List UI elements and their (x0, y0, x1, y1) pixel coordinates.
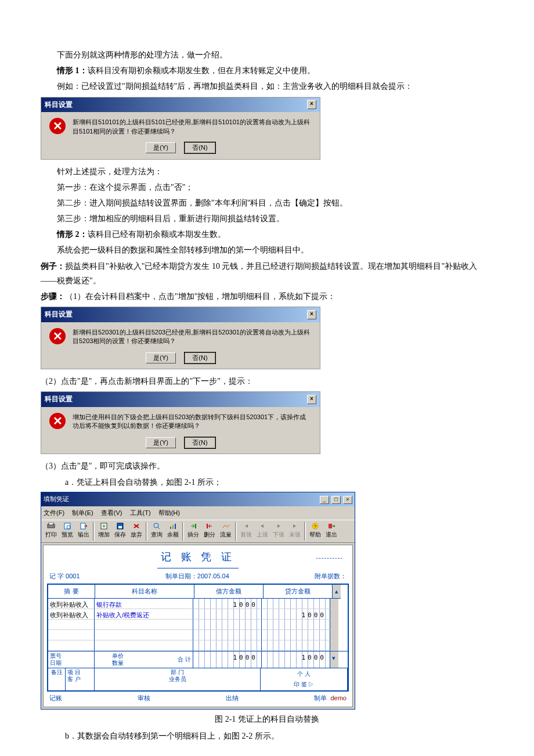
total-credit: 1000 (302, 652, 327, 664)
menubar: 文件(F) 制单(E) 查看(V) 工具(T) 帮助(H) (41, 506, 355, 520)
voucher-body: 记 账 凭 证 ---------- 记 字 0001 制单日期：2007.05… (43, 545, 353, 707)
svg-rect-16 (329, 524, 332, 528)
scrollbar[interactable] (330, 620, 338, 630)
menu-tool[interactable]: 工具(T) (130, 509, 151, 516)
voucher-row[interactable] (48, 630, 348, 640)
scrollbar[interactable] (330, 599, 338, 609)
cell-credit[interactable] (262, 640, 330, 651)
scrollbar[interactable] (330, 640, 338, 651)
cell-credit[interactable] (262, 599, 330, 609)
close-icon[interactable]: × (343, 496, 352, 504)
cell-summary[interactable]: 收到补贴收入 (48, 609, 95, 620)
tb-exit[interactable]: 退出 (323, 521, 340, 541)
tb-last[interactable]: 末张 (287, 521, 303, 541)
cell-credit[interactable] (262, 620, 330, 630)
cell-credit[interactable]: 1000 (262, 609, 330, 620)
menu-view[interactable]: 查看(V) (101, 509, 122, 516)
minimize-icon[interactable]: _ (320, 496, 329, 504)
cell-debit[interactable] (193, 630, 262, 640)
cell-subject[interactable] (95, 640, 193, 651)
example-label: 例子： (41, 262, 65, 271)
cell-summary[interactable]: 收到补贴收入 (48, 599, 95, 609)
tb-first[interactable]: 首张 (238, 521, 254, 541)
scroll-up-icon[interactable]: ▴ (333, 585, 341, 599)
tb-balance[interactable]: 余额 (165, 521, 181, 541)
close-icon[interactable]: × (307, 395, 316, 404)
tb-cancel[interactable]: 放弃 (128, 521, 145, 541)
tb-help[interactable]: ?帮助 (307, 521, 323, 541)
dlg1-title: 科目设置 (45, 99, 73, 111)
svg-rect-11 (175, 524, 176, 529)
intro-text: 下面分别就这两种情形的处理方法，做一介绍。 (41, 48, 493, 62)
tb-query[interactable]: 查询 (149, 521, 165, 541)
tb-next[interactable]: 下张 (270, 521, 287, 541)
window-buttons: _ □ × (319, 494, 352, 505)
scrollbar[interactable] (330, 609, 338, 620)
maximize-icon[interactable]: □ (331, 496, 341, 504)
svg-rect-10 (172, 525, 174, 529)
close-icon[interactable]: × (307, 100, 316, 109)
dlg2-yes-button[interactable]: 是(Y) (146, 352, 176, 363)
cell-debit[interactable] (193, 640, 262, 651)
cell-credit[interactable] (262, 630, 330, 640)
error-icon: ✕ (49, 118, 66, 134)
error-icon: ✕ (49, 413, 66, 429)
status-m: 审核 (138, 694, 150, 701)
dlg3-title: 科目设置 (45, 393, 73, 406)
scrollbar[interactable] (330, 630, 338, 640)
tb-prev[interactable]: 上张 (254, 521, 270, 541)
case1-line: 情形 1：该科目没有期初余额或本期发生数，但在月末转账定义中使用。 (41, 63, 493, 78)
sub-a: a．凭证上科目会自动替换，如图 2-1 所示； (41, 475, 493, 489)
svg-rect-7 (118, 526, 122, 528)
tb-delete[interactable]: 删分 (201, 521, 218, 541)
cell-debit[interactable] (193, 609, 262, 620)
dlg3-no-button[interactable]: 否(N) (185, 437, 215, 448)
cell-subject[interactable]: 银行存款 (95, 599, 193, 609)
tb-preview[interactable]: 预览 (59, 521, 75, 541)
extra-c1: 单价 (112, 653, 124, 659)
dialog-2: 科目设置 × ✕ 新增科目520301的上级科目5203已经使用,新增科目520… (41, 307, 320, 369)
close-icon[interactable]: × (307, 310, 316, 319)
voucher-right-meta: 附单据数： (315, 571, 347, 582)
dlg2-no-button[interactable]: 否(N) (185, 352, 215, 363)
toolbar: 打印 预览 输出 增加 保存 放弃 查询 余额 插分 删分 流量 首张 上张 下… (41, 520, 355, 543)
dlg1-no-button[interactable]: 否(N) (185, 142, 215, 153)
cell-summary[interactable] (48, 640, 95, 651)
cell-subject[interactable] (95, 620, 193, 630)
case2-text: 该科目已经有期初余额或本期发生数。 (88, 230, 226, 239)
cell-debit[interactable] (193, 620, 262, 630)
menu-help[interactable]: 帮助(H) (158, 509, 180, 516)
case1-text: 该科目没有期初余额或本期发生数，但在月末转账定义中使用。 (88, 66, 315, 75)
scroll-down-icon[interactable]: ▾ (330, 651, 338, 668)
cell-subject[interactable]: 补贴收入/税费返还 (95, 609, 193, 620)
step1: 第一步：在这个提示界面，点击"否"； (41, 180, 493, 195)
voucher-row[interactable] (48, 640, 348, 651)
hdr-credit: 贷方金额 (264, 585, 333, 599)
tb-flow[interactable]: 流量 (218, 521, 234, 541)
voucher-row[interactable] (48, 620, 348, 630)
voucher-titlebar: 填制凭证 _ □ × (41, 492, 355, 506)
error-icon: ✕ (49, 328, 66, 344)
menu-file[interactable]: 文件(F) (44, 509, 64, 516)
status-r2: 制单 (314, 694, 327, 701)
cell-summary[interactable] (48, 630, 95, 640)
cell-subject[interactable] (95, 630, 193, 640)
case2-label: 情形 2： (57, 230, 88, 239)
tb-save[interactable]: 保存 (112, 521, 128, 541)
tb-add[interactable]: 增加 (96, 521, 112, 541)
dlg3-yes-button[interactable]: 是(Y) (146, 437, 176, 448)
menu-edit[interactable]: 制单(E) (72, 509, 93, 516)
tb-insert[interactable]: 插分 (185, 521, 201, 541)
case2-line: 情形 2：该科目已经有期初余额或本期发生数。 (41, 227, 493, 242)
svg-point-8 (154, 523, 158, 528)
cell-debit[interactable]: 1000 (193, 599, 262, 609)
step2: 第二步：进入期间损益结转设置界面，删除"本年利润"科目，点击【确定】按钮。 (41, 196, 493, 210)
voucher-row[interactable]: 收到补贴收入银行存款1000 (48, 599, 348, 609)
dlg1-yes-button[interactable]: 是(Y) (146, 142, 176, 153)
seal-icon: ▷ (308, 681, 314, 687)
tb-print[interactable]: 打印 (43, 521, 59, 541)
tb-export[interactable]: 输出 (75, 521, 92, 541)
voucher-row[interactable]: 收到补贴收入补贴收入/税费返还1000 (48, 609, 348, 620)
cell-summary[interactable] (48, 620, 95, 630)
foot-l1: 项 目 (67, 669, 81, 675)
